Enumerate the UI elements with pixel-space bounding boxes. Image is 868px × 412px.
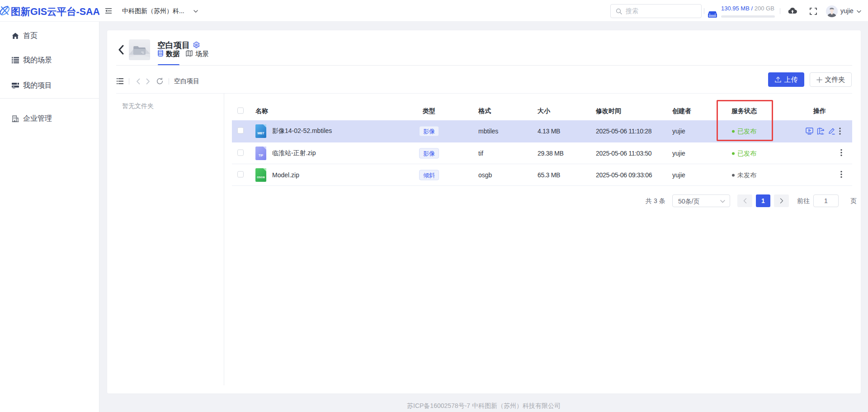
back-button[interactable]	[118, 45, 124, 55]
fullscreen-icon[interactable]	[810, 8, 817, 15]
column-header-creator[interactable]: 创建者	[672, 107, 691, 115]
column-header-type[interactable]: 类型	[411, 107, 447, 115]
nav-back-icon[interactable]	[136, 78, 140, 85]
menu-fold-icon[interactable]	[105, 8, 112, 14]
status-badge: 已发布	[732, 149, 756, 157]
status-badge: 未发布	[732, 171, 756, 179]
table-row[interactable]: OSGB Model.zip 倾斜 osgb 65.3 MB 2025-05-0…	[232, 164, 852, 186]
status-dot	[732, 152, 735, 155]
data-table: 名称 类型 格式 大小 修改时间 创建者 服务状态 操作 MBT 影像14-02…	[232, 102, 852, 186]
tab-data[interactable]: 数据	[158, 50, 179, 65]
chevron-right-icon	[780, 198, 783, 204]
edit-icon[interactable]	[828, 128, 835, 135]
column-header-ops[interactable]: 操作	[805, 107, 834, 115]
search-input[interactable]: 搜索	[610, 4, 702, 18]
username[interactable]: yujie	[840, 7, 854, 14]
search-icon	[616, 8, 622, 14]
status-badge: 已发布	[732, 128, 756, 136]
sidebar-item-label: 首页	[23, 31, 38, 41]
column-header-size[interactable]: 大小	[538, 107, 550, 115]
select-all-checkbox[interactable]	[237, 108, 244, 114]
avatar[interactable]	[826, 5, 838, 17]
cloud-upload-icon[interactable]	[788, 7, 797, 15]
divider	[780, 8, 780, 14]
row-checkbox[interactable]	[237, 149, 244, 156]
nav-forward-icon[interactable]	[146, 78, 150, 85]
page-size-select[interactable]: 50条/页	[672, 194, 730, 207]
storage-progress-bar	[721, 15, 775, 18]
type-badge: 影像	[419, 148, 439, 158]
share-icon[interactable]	[817, 128, 825, 135]
footer-text: 苏ICP备16002578号-7 中科图新（苏州）科技有限公司	[99, 402, 868, 410]
row-checkbox[interactable]	[237, 128, 244, 134]
page-size-value: 50条/页	[678, 198, 699, 206]
breadcrumb[interactable]: 空白项目	[174, 77, 199, 85]
org-switcher[interactable]: 中科图新（苏州）科...	[122, 7, 184, 15]
chevron-down-icon[interactable]	[856, 9, 862, 14]
column-header-name[interactable]: 名称	[255, 107, 268, 115]
preview-icon[interactable]	[806, 128, 813, 135]
more-actions-icon[interactable]	[839, 128, 841, 135]
sidebar-item-label: 我的场景	[23, 56, 52, 65]
file-format: mbtiles	[478, 128, 498, 135]
disk-icon	[708, 11, 717, 18]
toolbar: 空白项目 上传	[107, 74, 862, 89]
chevron-down-icon[interactable]	[193, 9, 198, 14]
new-folder-button[interactable]: 文件夹	[810, 72, 852, 87]
status-dot	[732, 130, 735, 133]
column-header-status[interactable]: 服务状态	[716, 107, 772, 115]
sidebar-item-projects[interactable]: 我的项目	[0, 73, 99, 98]
table-row[interactable]: TIF 临淮站-正射.zip 影像 tif 29.38 MB 2025-05-0…	[232, 142, 852, 164]
pagination-total: 共 3 条	[646, 197, 665, 205]
file-icon-osgb: OSGB	[255, 168, 266, 182]
creator: yujie	[672, 171, 685, 179]
goto-label: 前往	[797, 197, 810, 205]
sidebar-item-label: 我的项目	[23, 81, 52, 90]
column-header-format[interactable]: 格式	[478, 107, 491, 115]
sidebar-item-scenes[interactable]: 我的场景	[0, 48, 99, 72]
file-size: 29.38 MB	[538, 150, 564, 157]
sidebar-item-enterprise[interactable]: 企业管理	[0, 106, 99, 131]
search-placeholder: 搜索	[626, 7, 638, 15]
divider	[129, 78, 129, 85]
upload-icon	[775, 76, 781, 83]
goto-page-input[interactable]: 1	[813, 194, 839, 207]
upload-button[interactable]: 上传	[768, 72, 804, 87]
database-icon	[158, 50, 163, 57]
tabs-border	[116, 65, 852, 66]
storage-total: 200 GB	[755, 5, 774, 12]
sidebar-item-home[interactable]: 首页	[0, 24, 99, 48]
map-icon	[186, 50, 193, 57]
storage-usage: 130.95 MB / 200 GB	[721, 5, 774, 12]
divider	[704, 8, 704, 14]
row-checkbox[interactable]	[237, 171, 244, 177]
prev-page-button[interactable]	[737, 194, 752, 207]
column-header-modified[interactable]: 修改时间	[596, 107, 621, 115]
more-actions-icon[interactable]	[840, 150, 842, 157]
table-row[interactable]: MBT 影像14-02-52.mbtiles 影像 mbtiles 4.13 M…	[232, 120, 852, 142]
chevron-down-icon	[720, 200, 725, 203]
building-icon	[12, 115, 19, 122]
refresh-icon[interactable]	[156, 78, 163, 85]
file-icon-mbtiles: MBT	[255, 124, 266, 138]
creator: yujie	[672, 128, 685, 135]
home-icon	[12, 32, 19, 39]
list-view-icon[interactable]	[117, 78, 123, 84]
scene-list-icon	[12, 57, 19, 64]
modified-time: 2025-05-06 11:03:50	[596, 150, 651, 157]
upload-label: 上传	[784, 76, 798, 84]
file-name[interactable]: 临淮站-正射.zip	[272, 149, 316, 157]
file-name[interactable]: Model.zip	[272, 171, 299, 179]
more-actions-icon[interactable]	[840, 172, 842, 179]
sidebar: 首页 我的场景	[0, 22, 99, 412]
file-name[interactable]: 影像14-02-52.mbtiles	[272, 127, 332, 135]
next-page-button[interactable]	[774, 194, 789, 207]
folder-label: 文件夹	[825, 76, 845, 84]
type-badge: 影像	[419, 126, 439, 137]
tab-scene[interactable]: 场景	[186, 50, 209, 65]
gear-icon[interactable]	[193, 42, 200, 48]
file-format: tif	[478, 150, 483, 157]
toolbar-border	[116, 93, 852, 94]
page-unit-label: 页	[850, 197, 857, 205]
current-page-button[interactable]: 1	[756, 194, 770, 207]
